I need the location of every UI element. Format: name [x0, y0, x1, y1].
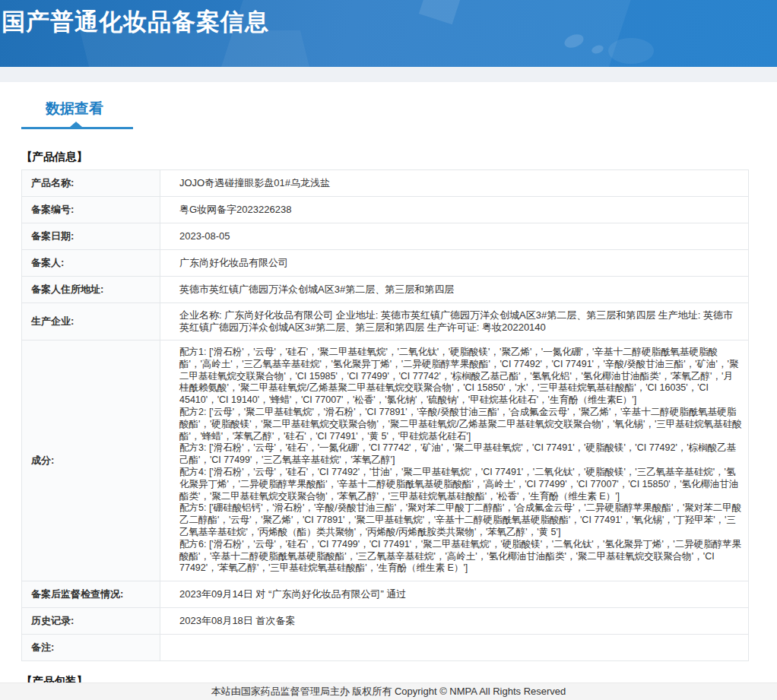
- product-info-table: 产品名称: JOJO奇遇碰撞眼影盘01#乌龙浅盐 备案编号: 粤G妆网备字202…: [21, 169, 749, 661]
- table-row-filer: 备案人: 广东尚好化妆品有限公司: [22, 250, 749, 277]
- row-value: 2023年08月18日 首次备案: [160, 608, 749, 635]
- row-label: 备案编号:: [22, 197, 160, 223]
- table-row-filing-number: 备案编号: 粤G妆网备字2023226238: [22, 197, 749, 223]
- tab-bar: 数据查看: [21, 99, 756, 129]
- section-title-product-info: 【产品信息】: [21, 150, 756, 164]
- row-value: 英德市英红镇广德园万洋众创城A区3#第二层、第三层和第四层: [160, 277, 749, 303]
- ingredients-value: 配方1: ['滑石粉'，'云母'，'硅石'，'聚二甲基硅氧烷'，'二氧化钛'，'…: [160, 340, 749, 581]
- row-label: 备案后监督检查情况:: [22, 581, 160, 608]
- table-row-manufacturer: 生产企业: 企业名称: 广东尚好化妆品有限公司 企业地址: 英德市英红镇广德园万…: [22, 303, 749, 340]
- table-row-filing-date: 备案日期: 2023-08-05: [22, 223, 749, 250]
- table-row-remarks: 备注:: [22, 635, 749, 661]
- table-row-post-filing-inspection: 备案后监督检查情况: 2023年09月14日 对 “广东尚好化妆品有限公司” 通…: [22, 581, 749, 608]
- formula-6: 配方6: ['滑石粉'，'云母'，'硅石'，'CI 77499'，'CI 774…: [179, 539, 742, 575]
- footer-text: 本站由国家药品监督管理局主办 版权所有 Copyright © NMPA All…: [211, 686, 566, 697]
- table-row-product-name: 产品名称: JOJO奇遇碰撞眼影盘01#乌龙浅盐: [22, 170, 749, 197]
- row-label: 生产企业:: [22, 303, 160, 340]
- banner-decor-dot: [608, 38, 654, 64]
- row-label: 成分:: [22, 340, 160, 581]
- page-title: 国产普通化妆品备案信息: [0, 0, 777, 38]
- row-label: 备案日期:: [22, 223, 160, 250]
- page-footer: 本站由国家药品监督管理局主办 版权所有 Copyright © NMPA All…: [0, 683, 777, 700]
- table-row-filer-address: 备案人住所地址: 英德市英红镇广德园万洋众创城A区3#第二层、第三层和第四层: [22, 277, 749, 303]
- formula-4: 配方4: ['滑石粉'，'云母'，'硅石'，'CI 77492'，'甘油'，'聚…: [179, 467, 742, 502]
- tab-active-triangle-icon: [70, 122, 82, 127]
- row-label: 产品名称:: [22, 170, 160, 197]
- row-label: 备注:: [22, 635, 160, 661]
- formula-1: 配方1: ['滑石粉'，'云母'，'硅石'，'聚二甲基硅氧烷'，'二氧化钛'，'…: [179, 347, 742, 407]
- row-value: 企业名称: 广东尚好化妆品有限公司 企业地址: 英德市英红镇广德园万洋众创城A区…: [160, 303, 749, 340]
- row-value: 2023-08-05: [160, 223, 749, 250]
- row-value: 广东尚好化妆品有限公司: [160, 250, 749, 277]
- formula-2: 配方2: ['云母'，'聚二甲基硅氧烷'，'滑石粉'，'CI 77891'，'辛…: [179, 407, 742, 442]
- row-value: 2023年09月14日 对 “广东尚好化妆品有限公司” 通过: [160, 581, 749, 608]
- row-value: 粤G妆网备字2023226238: [160, 197, 749, 223]
- tab-active-underline: [21, 127, 133, 129]
- row-label: 历史记录:: [22, 608, 160, 635]
- tab-data-view[interactable]: 数据查看: [46, 99, 103, 119]
- formula-5: 配方5: ['硼硅酸铝钙'，'滑石粉'，'辛酸/癸酸甘油三酯'，'聚对苯二甲酸丁…: [179, 502, 742, 538]
- page-header: 国产普通化妆品备案信息: [0, 0, 777, 67]
- main-content: 数据查看 【产品信息】 产品名称: JOJO奇遇碰撞眼影盘01#乌龙浅盐 备案编…: [0, 99, 777, 700]
- header-sub-strip: [0, 67, 777, 82]
- row-label: 备案人:: [22, 250, 160, 277]
- row-label: 备案人住所地址:: [22, 277, 160, 303]
- table-row-ingredients: 成分: 配方1: ['滑石粉'，'云母'，'硅石'，'聚二甲基硅氧烷'，'二氧化…: [22, 340, 749, 581]
- table-row-history: 历史记录: 2023年08月18日 首次备案: [22, 608, 749, 635]
- formula-3: 配方3: ['滑石粉'，'云母'，'硅石'，'一氮化硼'，'CI 77742'，…: [179, 442, 742, 467]
- row-value: [160, 635, 749, 661]
- row-value: JOJO奇遇碰撞眼影盘01#乌龙浅盐: [160, 170, 749, 197]
